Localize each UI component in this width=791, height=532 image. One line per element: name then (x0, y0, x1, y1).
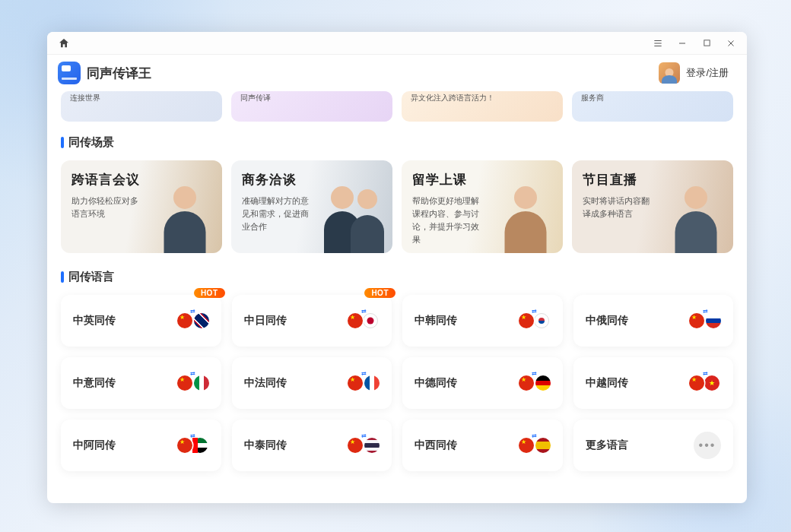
swap-arrow-icon: ⇄ (190, 308, 195, 315)
maximize-button[interactable] (700, 36, 713, 50)
person-illustration (151, 173, 219, 253)
scene-desc: 准确理解对方的意见和需求，促进商业合作 (242, 195, 312, 233)
flag-ae-icon (192, 438, 208, 453)
flag-pair-icon: ⇄ (519, 312, 551, 329)
flag-cn-icon (348, 375, 363, 391)
person-illustration (662, 173, 730, 253)
hot-badge: HOT (364, 288, 396, 298)
flag-gb-icon (194, 313, 209, 328)
swap-arrow-icon: ⇄ (532, 308, 537, 315)
flag-pair-icon: ⇄ (348, 312, 380, 329)
feature-card[interactable]: 服务商 (572, 91, 733, 122)
flag-cn-icon (519, 375, 534, 391)
lang-label: 中俄同传 (586, 314, 628, 328)
swap-arrow-icon: ⇄ (361, 432, 367, 439)
section-title-langs: 同传语言 (61, 270, 733, 284)
person-illustration (313, 173, 392, 253)
lang-label: 中英同传 (73, 314, 116, 328)
flag-cn-icon (348, 313, 363, 328)
flag-fr-icon (364, 375, 380, 391)
lang-card[interactable]: 中俄同传 ⇄ (573, 295, 734, 347)
menu-icon[interactable] (651, 36, 665, 50)
close-button[interactable] (724, 36, 738, 50)
flag-cn-icon (689, 375, 704, 391)
lang-card[interactable]: 中意同传 ⇄ (61, 357, 221, 409)
lang-card[interactable]: HOT中日同传 ⇄ (232, 295, 392, 347)
app-title: 同声传译王 (87, 65, 151, 82)
minimize-button[interactable] (675, 36, 689, 50)
lang-card[interactable]: 中阿同传 ⇄ (61, 420, 221, 471)
flag-pair-icon: ⇄ (519, 437, 551, 454)
feature-card[interactable]: 连接世界 (61, 91, 222, 122)
flag-pair-icon: ⇄ (348, 375, 380, 391)
language-grid: HOT中英同传 ⇄ HOT中日同传 ⇄ 中韩同传 ⇄ 中俄同传 ⇄ 中意同传 ⇄… (58, 295, 736, 471)
more-label: 更多语言 (586, 439, 628, 452)
lang-label: 中法同传 (244, 376, 287, 390)
lang-card[interactable]: 中韩同传 ⇄ (402, 295, 563, 347)
swap-arrow-icon: ⇄ (190, 370, 195, 377)
app-window: 同声传译王 登录/注册 连接世界 同声传译 异文化注入跨语言活力！ 服务商 同传… (47, 32, 747, 503)
swap-arrow-icon: ⇄ (361, 308, 367, 315)
flag-de-icon (535, 375, 551, 391)
svg-rect-4 (704, 40, 709, 46)
scene-desc: 帮助你更好地理解 课程内容、参与讨论，并提升学习效果 (412, 195, 482, 246)
home-button[interactable] (55, 35, 73, 52)
section-title-scenes: 同传场景 (61, 135, 733, 150)
flag-kr-icon (534, 313, 549, 328)
lang-card-more[interactable]: 更多语言••• (573, 420, 734, 471)
scene-cards: 跨语言会议 助力你轻松应对多语言环境 商务洽谈 准确理解对方的意见和需求，促进商… (58, 160, 736, 253)
flag-pair-icon: ⇄ (177, 375, 209, 391)
lang-card[interactable]: 中法同传 ⇄ (232, 357, 392, 409)
scene-desc: 助力你轻松应对多语言环境 (71, 195, 141, 220)
feature-card[interactable]: 异文化注入跨语言活力！ (402, 91, 563, 122)
lang-card[interactable]: 中泰同传 ⇄ (232, 420, 392, 471)
scene-card-business[interactable]: 商务洽谈 准确理解对方的意见和需求，促进商业合作 (231, 160, 392, 253)
flag-cn-icon (177, 438, 192, 453)
flag-cn-icon (177, 375, 192, 391)
flag-pair-icon: ⇄ (689, 375, 721, 391)
flag-pair-icon: ⇄ (519, 375, 551, 391)
scene-card-study[interactable]: 留学上课 帮助你更好地理解 课程内容、参与讨论，并提升学习效果 (402, 160, 563, 253)
flag-it-icon (194, 375, 209, 391)
flag-ru-icon (706, 313, 721, 328)
swap-arrow-icon: ⇄ (361, 370, 367, 377)
lang-label: 中德同传 (415, 376, 457, 390)
lang-label: 中越同传 (586, 376, 628, 390)
flag-th-icon (364, 438, 380, 453)
flag-cn-icon (177, 313, 192, 328)
flag-vn-icon (704, 375, 720, 391)
scene-card-live[interactable]: 节目直播 实时将讲话内容翻译成多种语言 (572, 160, 733, 253)
flag-cn-icon (348, 438, 363, 453)
lang-card[interactable]: 中德同传 ⇄ (402, 357, 563, 409)
titlebar (47, 32, 747, 55)
login-area[interactable]: 登录/注册 (659, 62, 729, 84)
content-scroll[interactable]: 连接世界 同声传译 异文化注入跨语言活力！ 服务商 同传场景 跨语言会议 助力你… (47, 91, 747, 503)
lang-label: 中西同传 (415, 439, 457, 452)
flag-pair-icon: ⇄ (177, 437, 209, 454)
scene-desc: 实时将讲话内容翻译成多种语言 (583, 195, 653, 220)
lang-label: 中泰同传 (244, 439, 287, 452)
lang-card[interactable]: 中西同传 ⇄ (402, 420, 563, 471)
flag-pair-icon: ⇄ (689, 312, 721, 329)
top-cards-partial: 连接世界 同声传译 异文化注入跨语言活力！ 服务商 (58, 91, 736, 122)
swap-arrow-icon: ⇄ (532, 370, 537, 377)
flag-cn-icon (519, 438, 534, 453)
flag-cn-icon (519, 313, 534, 328)
flag-pair-icon: ⇄ (348, 437, 380, 454)
scene-card-meeting[interactable]: 跨语言会议 助力你轻松应对多语言环境 (61, 160, 222, 253)
lang-label: 中日同传 (244, 314, 287, 328)
swap-arrow-icon: ⇄ (532, 432, 537, 439)
lang-card[interactable]: HOT中英同传 ⇄ (61, 295, 221, 347)
login-link: 登录/注册 (686, 66, 729, 80)
app-icon (58, 62, 81, 84)
brand: 同声传译王 (58, 62, 151, 84)
more-dots-icon: ••• (694, 432, 721, 459)
header: 同声传译王 登录/注册 (47, 55, 747, 91)
lang-label: 中韩同传 (415, 314, 457, 328)
person-illustration (491, 173, 560, 253)
feature-card[interactable]: 同声传译 (231, 91, 392, 122)
lang-label: 中意同传 (73, 376, 116, 390)
hot-badge: HOT (194, 288, 225, 298)
swap-arrow-icon: ⇄ (703, 370, 708, 377)
lang-card[interactable]: 中越同传 ⇄ (573, 357, 734, 409)
